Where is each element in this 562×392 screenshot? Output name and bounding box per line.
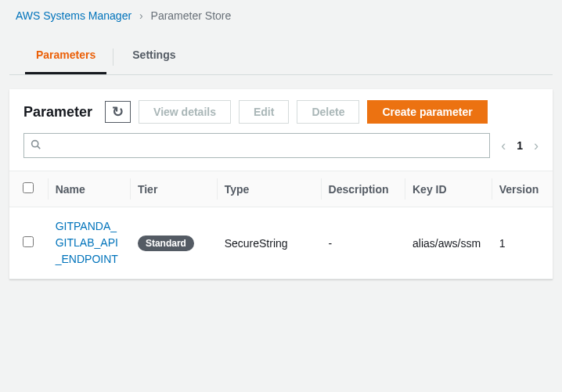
delete-button[interactable]: Delete xyxy=(297,100,359,124)
refresh-button[interactable]: ↻ xyxy=(105,101,131,123)
tab-divider xyxy=(113,49,113,66)
column-description[interactable]: Description xyxy=(321,171,405,207)
edit-button[interactable]: Edit xyxy=(239,100,289,124)
create-parameter-button[interactable]: Create parameter xyxy=(367,100,487,124)
refresh-icon: ↻ xyxy=(112,105,124,119)
table-row: GITPANDA_GITLAB_API_ENDPOINT Standard Se… xyxy=(9,207,553,279)
cell-version: 1 xyxy=(492,207,553,279)
parameters-panel: Parameter ↻ View details Edit Delete Cre… xyxy=(9,89,553,279)
parameters-table: Name Tier Type Description Key ID Versio… xyxy=(9,171,553,279)
column-name[interactable]: Name xyxy=(48,171,130,207)
breadcrumb-root-link[interactable]: AWS Systems Manager xyxy=(16,9,131,22)
prev-page-button[interactable]: ‹ xyxy=(501,138,506,154)
breadcrumb-current: Parameter Store xyxy=(151,9,232,22)
column-type[interactable]: Type xyxy=(217,171,321,207)
column-keyid[interactable]: Key ID xyxy=(405,171,492,207)
breadcrumb: AWS Systems Manager › Parameter Store xyxy=(0,0,562,28)
search-box xyxy=(23,133,490,158)
cell-description: - xyxy=(321,207,405,279)
parameter-name-link[interactable]: GITPANDA_GITLAB_API_ENDPOINT xyxy=(56,218,122,268)
tier-badge: Standard xyxy=(138,236,194,251)
tab-settings[interactable]: Settings xyxy=(121,39,186,74)
column-tier[interactable]: Tier xyxy=(130,171,217,207)
cell-type: SecureString xyxy=(217,207,321,279)
tab-bar: Parameters Settings xyxy=(9,39,553,75)
page-number: 1 xyxy=(517,139,523,152)
tab-parameters[interactable]: Parameters xyxy=(25,39,106,74)
column-version[interactable]: Version xyxy=(492,171,553,207)
page-title: Parameter xyxy=(23,104,92,120)
next-page-button[interactable]: › xyxy=(534,138,539,154)
search-input[interactable] xyxy=(23,133,490,158)
pager: ‹ 1 › xyxy=(501,138,539,154)
select-all-checkbox[interactable] xyxy=(23,182,34,193)
cell-keyid: alias/aws/ssm xyxy=(405,207,492,279)
search-row: ‹ 1 › xyxy=(9,133,553,171)
panel-header: Parameter ↻ View details Edit Delete Cre… xyxy=(9,89,553,133)
row-checkbox[interactable] xyxy=(23,236,34,247)
table-header-row: Name Tier Type Description Key ID Versio… xyxy=(9,171,553,207)
chevron-right-icon: › xyxy=(139,9,143,22)
view-details-button[interactable]: View details xyxy=(139,100,231,124)
